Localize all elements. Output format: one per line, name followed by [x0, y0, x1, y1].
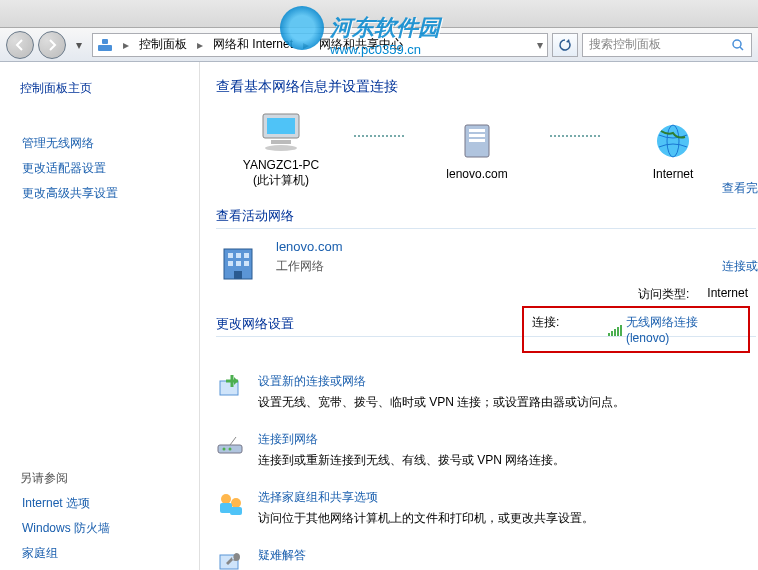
connection-label: 连接: — [532, 314, 590, 345]
history-dropdown[interactable]: ▾ — [70, 34, 88, 56]
troubleshoot-icon — [216, 547, 244, 570]
homegroup-icon — [216, 489, 244, 517]
forward-button[interactable] — [38, 31, 66, 59]
see-also-intel-wifi[interactable]: 英特尔(R) My WiFi 技术 — [0, 566, 199, 570]
page-heading: 查看基本网络信息并设置连接 — [216, 78, 758, 96]
setting-title[interactable]: 设置新的连接或网络 — [258, 373, 625, 390]
active-networks-heading: 查看活动网络 — [216, 207, 756, 229]
setting-new-connection: 设置新的连接或网络 设置无线、宽带、拨号、临时或 VPN 连接；或设置路由器或访… — [216, 373, 756, 411]
connect-disconnect-link[interactable]: 连接或 — [722, 258, 758, 275]
map-internet: Internet — [608, 119, 738, 181]
wizard-icon — [216, 373, 244, 401]
svg-point-26 — [231, 498, 241, 508]
setting-desc: 访问位于其他网络计算机上的文件和打印机，或更改共享设置。 — [258, 510, 594, 527]
back-button[interactable] — [6, 31, 34, 59]
access-type-value: Internet — [707, 286, 748, 303]
svg-rect-16 — [244, 253, 249, 258]
svg-rect-4 — [267, 118, 295, 134]
sidebar: 控制面板主页 管理无线网络 更改适配器设置 更改高级共享设置 另请参阅 Inte… — [0, 62, 200, 570]
window-titlebar — [0, 0, 758, 28]
svg-rect-28 — [230, 507, 242, 515]
svg-rect-14 — [228, 253, 233, 258]
map-internet-name: Internet — [653, 167, 694, 181]
dropdown-icon[interactable]: ▾ — [537, 38, 543, 52]
svg-point-25 — [221, 494, 231, 504]
setting-title[interactable]: 连接到网络 — [258, 431, 565, 448]
access-type-label: 访问类型: — [638, 286, 689, 303]
chevron-icon: ▸ — [303, 38, 309, 52]
map-pc-sub: (此计算机) — [253, 172, 309, 189]
network-icon — [97, 37, 113, 53]
active-network-type: 工作网络 — [276, 258, 342, 275]
see-full-map-link[interactable]: 查看完 — [722, 180, 758, 197]
svg-rect-5 — [271, 140, 291, 144]
svg-rect-19 — [244, 261, 249, 266]
search-input[interactable]: 搜索控制面板 — [582, 33, 752, 57]
chevron-icon: ▸ — [197, 38, 203, 52]
signal-icon — [608, 324, 622, 336]
svg-point-6 — [265, 145, 297, 151]
connection-highlight-box: 连接: 无线网络连接 (lenovo) — [522, 306, 750, 353]
breadcrumb-item[interactable]: 网络和共享中心 — [319, 36, 403, 53]
svg-rect-15 — [236, 253, 241, 258]
svg-point-24 — [229, 448, 232, 451]
search-placeholder: 搜索控制面板 — [589, 36, 661, 53]
connector-line — [354, 135, 404, 137]
map-gateway-name: lenovo.com — [446, 167, 507, 181]
main-panel: 查看基本网络信息并设置连接 查看完 YANGZC1-PC (此计算机) leno… — [200, 62, 758, 570]
sidebar-link-adapter[interactable]: 更改适配器设置 — [0, 156, 199, 181]
active-network-name[interactable]: lenovo.com — [276, 239, 342, 254]
access-type-row: 访问类型: Internet — [638, 286, 748, 303]
svg-rect-18 — [236, 261, 241, 266]
setting-homegroup: 选择家庭组和共享选项 访问位于其他网络计算机上的文件和打印机，或更改共享设置。 — [216, 489, 756, 527]
sidebar-title[interactable]: 控制面板主页 — [0, 76, 199, 101]
server-icon — [453, 119, 501, 163]
setting-troubleshoot: 疑难解答 诊断并修复网络问题，或获得故障排除信息。 — [216, 547, 756, 570]
svg-rect-9 — [469, 134, 485, 137]
svg-rect-10 — [469, 139, 485, 142]
setting-title[interactable]: 疑难解答 — [258, 547, 498, 564]
svg-rect-17 — [228, 261, 233, 266]
svg-rect-8 — [469, 129, 485, 132]
see-also-homegroup[interactable]: 家庭组 — [0, 541, 199, 566]
see-also-internet-options[interactable]: Internet 选项 — [0, 491, 199, 516]
svg-rect-20 — [234, 271, 242, 279]
breadcrumb-item[interactable]: 控制面板 — [139, 36, 187, 53]
active-network: lenovo.com 工作网络 — [216, 239, 516, 285]
setting-desc: 连接到或重新连接到无线、有线、拨号或 VPN 网络连接。 — [258, 452, 565, 469]
setting-connect-network: 连接到网络 连接到或重新连接到无线、有线、拨号或 VPN 网络连接。 — [216, 431, 756, 469]
map-pc-name: YANGZC1-PC — [243, 158, 319, 172]
svg-rect-1 — [102, 39, 108, 44]
sidebar-link-wireless[interactable]: 管理无线网络 — [0, 131, 199, 156]
address-bar[interactable]: ▸ 控制面板 ▸ 网络和 Internet ▸ 网络和共享中心 ▾ — [92, 33, 548, 57]
svg-rect-0 — [98, 45, 112, 51]
see-also-title: 另请参阅 — [0, 466, 199, 491]
connection-link[interactable]: 无线网络连接 (lenovo) — [626, 314, 740, 345]
svg-point-23 — [223, 448, 226, 451]
connect-icon — [216, 431, 244, 459]
setting-title[interactable]: 选择家庭组和共享选项 — [258, 489, 594, 506]
svg-point-2 — [733, 40, 741, 48]
connector-line — [550, 135, 600, 137]
search-icon — [731, 38, 745, 52]
refresh-button[interactable] — [552, 33, 578, 57]
network-building-icon — [216, 239, 262, 285]
map-gateway: lenovo.com — [412, 119, 542, 181]
sidebar-link-sharing[interactable]: 更改高级共享设置 — [0, 181, 199, 206]
toolbar: ▾ ▸ 控制面板 ▸ 网络和 Internet ▸ 网络和共享中心 ▾ 搜索控制… — [0, 28, 758, 62]
setting-desc: 设置无线、宽带、拨号、临时或 VPN 连接；或设置路由器或访问点。 — [258, 394, 625, 411]
breadcrumb-item[interactable]: 网络和 Internet — [213, 36, 293, 53]
see-also-firewall[interactable]: Windows 防火墙 — [0, 516, 199, 541]
globe-icon — [649, 119, 697, 163]
map-this-pc: YANGZC1-PC (此计算机) — [216, 110, 346, 189]
computer-icon — [257, 110, 305, 154]
chevron-icon: ▸ — [123, 38, 129, 52]
svg-point-11 — [657, 125, 689, 157]
network-map: YANGZC1-PC (此计算机) lenovo.com Internet — [216, 110, 758, 189]
